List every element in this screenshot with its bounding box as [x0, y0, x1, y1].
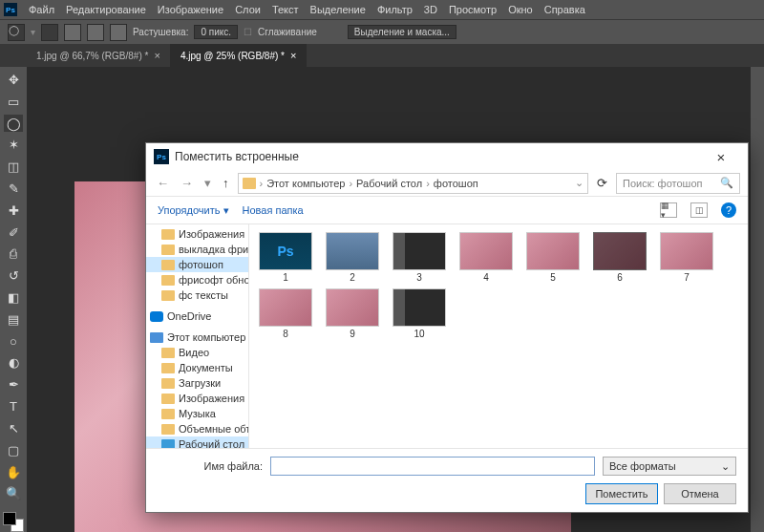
file-thumbnail[interactable]: 2: [326, 232, 379, 283]
dodge-tool[interactable]: ◐: [4, 354, 23, 372]
tree-item[interactable]: Этот компьютер: [146, 330, 248, 345]
thumbnail-label: 9: [350, 329, 355, 339]
new-folder-button[interactable]: Новая папка: [243, 204, 304, 216]
file-thumbnail[interactable]: 1: [259, 232, 312, 283]
selection-mode-icon[interactable]: [87, 24, 104, 41]
file-thumbnail[interactable]: 3: [393, 232, 446, 283]
nav-up-button[interactable]: ↑: [220, 176, 232, 190]
file-list[interactable]: 1234567 8910: [249, 224, 748, 448]
selection-mode-icon[interactable]: [64, 24, 81, 41]
file-thumbnail[interactable]: 10: [393, 288, 446, 339]
breadcrumb-segment[interactable]: Рабочий стол: [356, 178, 422, 189]
move-tool[interactable]: ✥: [4, 71, 23, 89]
preview-pane-button[interactable]: ◫: [690, 202, 708, 218]
tree-item[interactable]: Изображения: [146, 226, 248, 242]
tree-item[interactable]: Рабочий стол: [146, 436, 248, 448]
file-thumbnail[interactable]: 7: [660, 232, 713, 283]
menu-item[interactable]: Выделение: [305, 4, 371, 15]
eraser-tool[interactable]: ◧: [4, 288, 23, 307]
organize-button[interactable]: Упорядочить ▾: [158, 204, 229, 217]
close-button[interactable]: ×: [702, 149, 740, 165]
file-thumbnail[interactable]: 8: [259, 288, 312, 339]
tree-item[interactable]: выкладка фрис: [146, 242, 248, 257]
gradient-tool[interactable]: ▤: [4, 310, 23, 329]
help-icon[interactable]: ?: [721, 202, 736, 218]
search-input[interactable]: Поиск: фотошоп 🔍: [616, 173, 740, 194]
filename-input[interactable]: [270, 457, 595, 476]
tree-item[interactable]: фс тексты: [146, 287, 248, 303]
marquee-tool[interactable]: ▭: [4, 93, 23, 111]
nav-back-button[interactable]: ←: [154, 176, 172, 190]
tree-label: OneDrive: [167, 310, 211, 322]
nav-recent-button[interactable]: ▾: [202, 176, 214, 190]
cancel-button[interactable]: Отмена: [664, 483, 736, 504]
thumbnail-label: 7: [684, 272, 690, 283]
brush-tool[interactable]: ✐: [4, 223, 23, 242]
tree-item[interactable]: Объемные объ: [146, 421, 248, 436]
refresh-button[interactable]: ⟳: [594, 176, 610, 190]
place-embedded-dialog: Ps Поместить встроенные × ← → ▾ ↑ › Этот…: [145, 142, 749, 513]
file-thumbnail[interactable]: 5: [526, 232, 580, 283]
menu-item[interactable]: Текст: [266, 4, 305, 15]
chevron-down-icon[interactable]: ⌄: [575, 177, 584, 189]
blur-tool[interactable]: ○: [4, 332, 23, 351]
path-tool[interactable]: ↖: [4, 419, 23, 437]
tree-item[interactable]: Видео: [146, 345, 248, 360]
history-brush-tool[interactable]: ↺: [4, 266, 23, 285]
place-button[interactable]: Поместить: [585, 483, 658, 504]
breadcrumb-segment[interactable]: фотошоп: [434, 178, 478, 189]
right-panel-collapsed[interactable]: [751, 67, 764, 532]
tree-item[interactable]: Документы: [146, 360, 248, 375]
close-icon[interactable]: ×: [290, 50, 296, 61]
file-thumbnail[interactable]: 6: [593, 232, 647, 283]
tree-item[interactable]: Загрузки: [146, 375, 248, 391]
type-tool[interactable]: T: [4, 397, 23, 415]
tree-item[interactable]: Изображения: [146, 391, 248, 406]
document-tab[interactable]: 1.jpg @ 66,7% (RGB/8#) * ×: [27, 44, 171, 67]
tool-preset-icon[interactable]: ◯: [8, 24, 25, 41]
breadcrumb-segment[interactable]: Этот компьютер: [266, 178, 345, 189]
folder-icon: [161, 378, 175, 389]
tree-item[interactable]: фрисофт обнов: [146, 272, 248, 287]
document-tab[interactable]: 4.jpg @ 25% (RGB/8#) * ×: [171, 44, 308, 67]
menu-item[interactable]: Просмотр: [443, 4, 502, 15]
tree-label: Этот компьютер: [167, 331, 245, 343]
tree-item[interactable]: OneDrive: [146, 309, 248, 324]
close-icon[interactable]: ×: [154, 50, 159, 61]
color-swatches[interactable]: [3, 512, 24, 532]
stamp-tool[interactable]: ⎙: [4, 245, 23, 264]
feather-input[interactable]: 0 пикс.: [194, 25, 238, 39]
selection-mode-icon[interactable]: [41, 24, 58, 41]
menu-item[interactable]: Фильтр: [371, 4, 418, 15]
wand-tool[interactable]: ✶: [4, 136, 23, 154]
menu-item[interactable]: Окно: [502, 4, 539, 15]
eyedropper-tool[interactable]: ✎: [4, 180, 23, 198]
menu-item[interactable]: Файл: [23, 4, 60, 15]
menu-item[interactable]: Слои: [229, 4, 266, 15]
thumbnail-label: 10: [414, 329, 424, 339]
file-thumbnail[interactable]: 4: [459, 232, 513, 283]
breadcrumb-bar[interactable]: › Этот компьютер › Рабочий стол › фотошо…: [238, 173, 589, 194]
tree-item[interactable]: фотошоп: [146, 257, 248, 272]
hand-tool[interactable]: ✋: [4, 463, 23, 481]
folder-tree[interactable]: Изображениявыкладка фрисфотошопфрисофт о…: [146, 224, 249, 448]
menu-item[interactable]: Изображение: [152, 4, 229, 15]
lasso-tool[interactable]: ◯: [4, 115, 23, 133]
shape-tool[interactable]: ▢: [4, 441, 23, 459]
file-thumbnail[interactable]: 9: [326, 288, 379, 339]
foreground-swatch[interactable]: [3, 512, 16, 525]
view-mode-button[interactable]: ▦ ▾: [660, 202, 677, 218]
menu-item[interactable]: 3D: [418, 4, 443, 15]
heal-tool[interactable]: ✚: [4, 202, 23, 220]
menu-item[interactable]: Справка: [539, 4, 591, 15]
tree-label: Изображения: [179, 228, 244, 240]
tree-item[interactable]: Музыка: [146, 406, 248, 421]
crop-tool[interactable]: ◫: [4, 158, 23, 176]
menu-item[interactable]: Редактирование: [60, 4, 152, 15]
selection-mode-icon[interactable]: [110, 24, 127, 41]
file-format-select[interactable]: Все форматы ⌄: [603, 457, 736, 476]
refine-edge-button[interactable]: Выделение и маска...: [348, 25, 456, 39]
zoom-tool[interactable]: 🔍: [4, 484, 23, 502]
pen-tool[interactable]: ✒: [4, 375, 23, 394]
antialias-checkbox[interactable]: Сглаживание: [258, 27, 317, 37]
